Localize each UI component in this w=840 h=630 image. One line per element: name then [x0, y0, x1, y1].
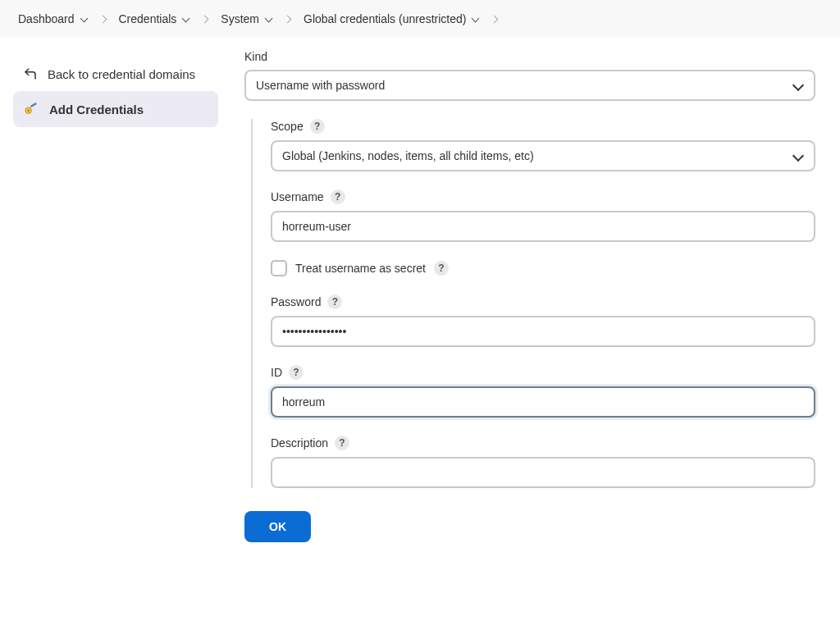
sidebar-item-label: Back to credential domains — [48, 67, 195, 81]
help-icon[interactable]: ? — [335, 436, 349, 450]
chevron-right-icon — [201, 15, 209, 23]
description-label: Description — [271, 436, 328, 450]
kind-select[interactable]: Username with password — [244, 70, 815, 101]
sidebar-back-to-domains[interactable]: Back to credential domains — [13, 57, 218, 91]
password-input[interactable] — [271, 316, 815, 347]
sidebar: Back to credential domains Add Credentia… — [0, 48, 231, 559]
description-input[interactable] — [271, 457, 815, 488]
breadcrumb-label: Credentials — [119, 12, 177, 25]
help-icon[interactable]: ? — [434, 261, 449, 276]
sidebar-item-label: Add Credentials — [49, 103, 144, 116]
chevron-right-icon — [99, 15, 107, 23]
id-label: ID — [271, 366, 282, 379]
id-input[interactable] — [271, 386, 815, 418]
kind-label: Kind — [244, 50, 815, 63]
username-label: Username — [271, 190, 324, 203]
scope-select[interactable]: Global (Jenkins, nodes, items, all child… — [271, 140, 815, 171]
chevron-down-icon — [80, 15, 88, 23]
treat-username-secret-checkbox[interactable] — [271, 260, 287, 276]
chevron-down-icon — [264, 15, 272, 23]
help-icon[interactable]: ? — [327, 294, 342, 309]
treat-username-secret-label: Treat username as secret — [295, 262, 426, 275]
help-icon[interactable]: ? — [289, 365, 304, 380]
back-arrow-icon — [23, 66, 38, 81]
key-icon — [23, 101, 39, 117]
chevron-right-icon — [284, 15, 292, 23]
breadcrumb-system[interactable]: System — [219, 9, 274, 29]
breadcrumb: Dashboard Credentials System Global cred… — [0, 0, 840, 37]
chevron-down-icon — [181, 15, 189, 23]
breadcrumb-global-credentials[interactable]: Global credentials (unrestricted) — [302, 9, 481, 29]
ok-button[interactable]: OK — [244, 511, 311, 542]
breadcrumb-label: Global credentials (unrestricted) — [304, 12, 466, 25]
chevron-right-icon — [491, 15, 499, 23]
svg-point-1 — [27, 109, 30, 112]
help-icon[interactable]: ? — [331, 189, 345, 204]
username-input[interactable] — [271, 211, 815, 242]
help-icon[interactable]: ? — [310, 119, 325, 134]
svg-rect-2 — [30, 103, 37, 107]
breadcrumb-label: Dashboard — [18, 12, 75, 25]
sidebar-add-credentials[interactable]: Add Credentials — [13, 91, 218, 127]
breadcrumb-label: System — [221, 12, 259, 25]
main-content: Kind Username with password Scope ? Glob… — [231, 48, 840, 559]
breadcrumb-dashboard[interactable]: Dashboard — [16, 9, 89, 29]
breadcrumb-credentials[interactable]: Credentials — [117, 9, 192, 29]
scope-label: Scope — [271, 120, 304, 133]
chevron-down-icon — [471, 15, 479, 23]
password-label: Password — [271, 295, 321, 308]
